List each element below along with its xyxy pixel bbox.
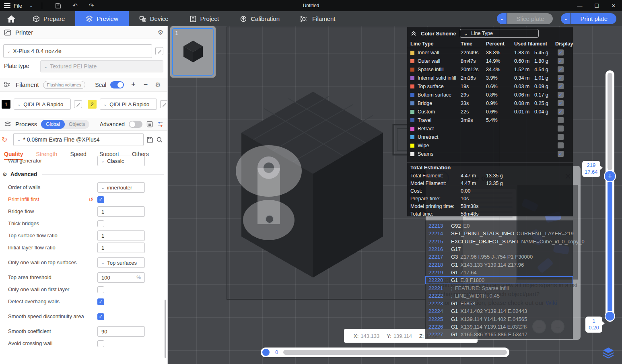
move-slider-track[interactable]	[283, 350, 507, 355]
advanced-toggle[interactable]	[129, 121, 142, 128]
tab-calibration[interactable]: Calibration	[229, 11, 290, 26]
setting-checkbox[interactable]	[97, 340, 104, 347]
tip-prev-button[interactable]: ←	[532, 320, 546, 333]
tab-project[interactable]: Project	[179, 11, 230, 26]
display-checkbox[interactable]: ✓	[558, 109, 564, 115]
flushing-volumes-button[interactable]: Flushing volumes	[43, 81, 86, 89]
setting-input[interactable]: 90	[97, 326, 145, 337]
setting-checkbox[interactable]: ✓	[97, 313, 104, 320]
layer-slider-top-knob[interactable]: +	[604, 170, 616, 182]
setting-input[interactable]: 100%	[97, 272, 145, 283]
filament-1-select[interactable]: ⌄QIDI PLA Rapido	[14, 99, 71, 110]
scope-global[interactable]: Global	[41, 120, 65, 129]
display-checkbox[interactable]: ✓	[558, 100, 564, 106]
gcode-line[interactable]: 22218G1X143.133 Y139.114 Z17.96	[425, 261, 573, 268]
slice-plate-button[interactable]: ⌄ Slice plate	[497, 13, 553, 24]
layer-slider[interactable]: +	[606, 70, 614, 322]
setting-select[interactable]: ⌄Top surfaces	[97, 257, 145, 268]
move-slider-knob[interactable]	[262, 349, 270, 356]
hamburger-menu-icon[interactable]	[4, 3, 10, 8]
filament-2-select[interactable]: ⌄QIDI PLA Rapido	[100, 99, 157, 110]
add-filament-button[interactable]: +	[131, 80, 136, 89]
layer-slider-range[interactable]	[608, 178, 612, 314]
setting-checkbox[interactable]	[97, 220, 104, 227]
setting-select[interactable]: ⌄Classic	[97, 156, 145, 166]
display-checkbox[interactable]	[558, 134, 564, 140]
display-checkbox[interactable]: ✓	[558, 92, 564, 98]
display-checkbox[interactable]: ✓	[558, 58, 564, 64]
undo-icon[interactable]: ↶	[72, 2, 78, 9]
gcode-line[interactable]: 22219G1Z17.64	[425, 269, 573, 276]
display-checkbox[interactable]: ✓	[558, 66, 564, 72]
tip-next-button[interactable]: →	[551, 320, 564, 333]
filament-settings-gear-icon[interactable]: ⚙	[155, 81, 161, 88]
gcode-line[interactable]: 22220G1E.8 F1800	[425, 276, 573, 284]
layers-view-icon[interactable]	[601, 346, 615, 360]
display-checkbox[interactable]: ✓	[558, 49, 564, 56]
gcode-line[interactable]: 22217G3Z17.96 I.955 J-.754 P1 F30000	[425, 253, 573, 261]
filament-2-badge[interactable]: 2	[88, 100, 97, 109]
seal-toggle[interactable]	[110, 81, 124, 88]
print-dropdown-chevron-icon[interactable]: ⌄	[561, 13, 571, 24]
search-preset-icon[interactable]	[156, 136, 163, 143]
preset-select[interactable]: ⌄* 0.08mm Extra Fine @XPlus4	[13, 133, 144, 146]
reset-setting-icon[interactable]: ↺	[89, 196, 93, 203]
minimize-icon[interactable]: —	[571, 3, 588, 9]
gcode-line[interactable]: 22222;LINE_WIDTH: 0.45	[425, 292, 573, 300]
setting-input[interactable]: 1	[97, 243, 145, 253]
filter-params-icon[interactable]	[157, 121, 163, 128]
gcode-line[interactable]: 22216G17	[425, 245, 573, 253]
scope-objects[interactable]: Objects	[65, 121, 89, 127]
gcode-line[interactable]: 22224G1X141.402 Y139.114 E.02443	[425, 307, 573, 315]
tab-preview[interactable]: Preview	[75, 11, 128, 26]
display-checkbox[interactable]: ✓	[558, 151, 564, 157]
gcode-line[interactable]: 22221;FEATURE: Sparse infill	[425, 284, 573, 292]
slice-dropdown-chevron-icon[interactable]: ⌄	[497, 13, 507, 24]
save-preset-icon[interactable]	[146, 136, 153, 143]
display-checkbox[interactable]	[558, 142, 564, 148]
settings-scrollbar[interactable]	[165, 300, 166, 358]
gcode-line[interactable]: 22214SET_PRINT_STATS_INFOCURRENT_LAYER=2…	[425, 230, 573, 237]
setting-input[interactable]: 1	[97, 206, 145, 217]
print-plate-button[interactable]: ⌄ Print plate	[561, 13, 616, 24]
setting-checkbox[interactable]: ✓	[97, 298, 104, 305]
scope-toggle[interactable]: Global Objects	[41, 120, 89, 129]
plate-type-select[interactable]: ⌄ Textured PEI Plate	[40, 60, 163, 72]
edit-filament-2-icon[interactable]	[160, 100, 168, 108]
layer-slider-upper-track[interactable]	[608, 73, 612, 170]
printer-settings-gear-icon[interactable]: ⚙	[158, 29, 163, 36]
setting-input[interactable]: 1	[97, 230, 145, 241]
setting-checkbox[interactable]	[97, 286, 104, 293]
display-checkbox[interactable]	[558, 117, 564, 123]
tab-prepare[interactable]: Prepare	[22, 11, 75, 26]
remove-filament-button[interactable]: −	[144, 80, 148, 89]
reset-preset-icon[interactable]: ↻	[2, 136, 7, 144]
list-view-icon[interactable]	[146, 121, 153, 128]
gcode-line[interactable]: 22223G1F5858	[425, 300, 573, 307]
move-slider[interactable]: 0	[261, 348, 509, 357]
maximize-icon[interactable]: ☐	[588, 3, 605, 9]
plate-thumbnail[interactable]: 1	[170, 26, 216, 78]
filament-1-badge[interactable]: 1	[2, 100, 10, 109]
redo-icon[interactable]: ↷	[89, 2, 94, 9]
save-icon[interactable]	[55, 3, 61, 9]
layer-slider-bottom-knob[interactable]	[605, 311, 615, 321]
file-menu[interactable]: File	[14, 3, 22, 9]
home-button[interactable]	[0, 11, 22, 26]
chevron-down-icon[interactable]: ⌄	[29, 3, 33, 8]
display-checkbox[interactable]: ✓	[558, 75, 564, 81]
color-scheme-select[interactable]: ⌄ Line Type	[460, 29, 539, 38]
printer-select[interactable]: ⌄ X-Plus 4 0.4 nozzle	[3, 44, 152, 58]
setting-select[interactable]: ⌄inner/outer	[97, 182, 145, 193]
edit-printer-icon[interactable]	[155, 47, 163, 55]
tab-filament[interactable]: Filament	[290, 11, 346, 26]
gcode-line[interactable]: 22213G92E0	[425, 222, 573, 230]
display-checkbox[interactable]: ✓	[558, 83, 564, 89]
close-icon[interactable]: ✕	[605, 3, 622, 9]
tab-device[interactable]: Device	[129, 11, 179, 26]
setting-checkbox[interactable]: ✓	[97, 196, 104, 203]
gcode-line[interactable]: 22215EXCLUDE_OBJECT_STARTNAME=Cube_id_0_…	[425, 238, 573, 245]
edit-filament-1-icon[interactable]	[74, 100, 82, 108]
display-checkbox[interactable]	[558, 125, 564, 132]
collapse-panel-icon[interactable]	[410, 31, 417, 36]
